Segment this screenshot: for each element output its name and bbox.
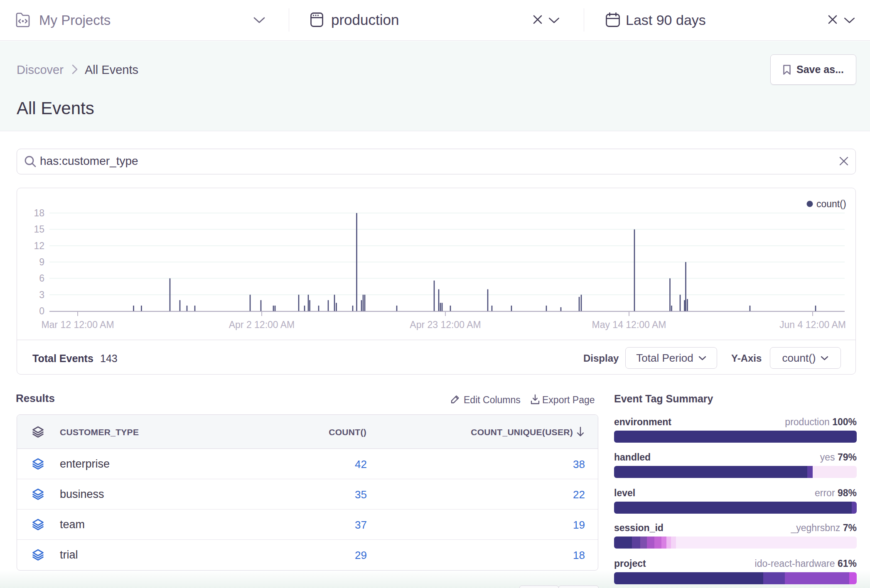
svg-text:Apr 2 12:00 AM: Apr 2 12:00 AM <box>229 319 295 330</box>
svg-text:6: 6 <box>39 273 44 284</box>
svg-text:12: 12 <box>34 240 44 251</box>
svg-text:0: 0 <box>39 306 44 316</box>
svg-text:15: 15 <box>34 224 44 235</box>
svg-text:9: 9 <box>39 257 44 267</box>
svg-text:May 14 12:00 AM: May 14 12:00 AM <box>592 319 666 330</box>
svg-text:3: 3 <box>39 289 44 300</box>
svg-text:Mar 12 12:00 AM: Mar 12 12:00 AM <box>41 319 114 330</box>
svg-text:Jun 4 12:00 AM: Jun 4 12:00 AM <box>779 319 846 330</box>
svg-text:Apr 23 12:00 AM: Apr 23 12:00 AM <box>410 319 481 330</box>
svg-text:18: 18 <box>34 208 44 218</box>
svg-text:count(): count() <box>816 198 846 209</box>
